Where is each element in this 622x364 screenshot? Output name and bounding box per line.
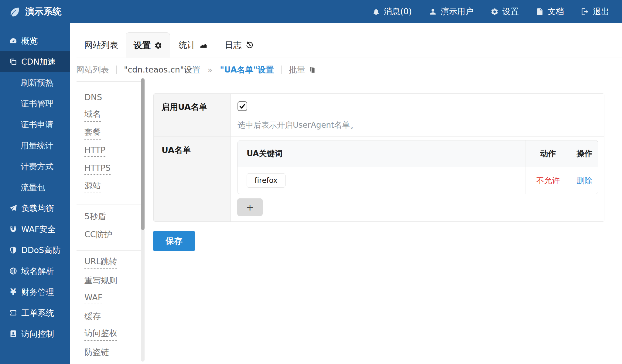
ticket-icon — [9, 309, 17, 317]
action-value[interactable]: 不允许 — [536, 175, 560, 186]
ua-keywords-table: UA关键词 动作 操作 firefox 不允许 — [237, 140, 598, 194]
add-keyword-button[interactable]: + — [237, 198, 263, 216]
magnet-icon — [9, 225, 17, 233]
copy-icon — [308, 66, 316, 74]
enable-ua-label: 启用UA名单 — [154, 94, 231, 136]
logout-label: 退出 — [593, 6, 609, 17]
topbar: 演示系统 消息(0) 演示用户 设置 文档 退出 — [0, 0, 622, 23]
sidebar: 概览 CDN加速 刷新预热 证书管理 证书申请 用量统计 计费方式 流量包 负载… — [0, 23, 70, 364]
sidebar-item-cdn[interactable]: CDN加速 — [0, 51, 70, 72]
sidebar-item-traffic-pack[interactable]: 流量包 — [0, 177, 70, 198]
sidebar-item-cert-manage[interactable]: 证书管理 — [0, 93, 70, 114]
brand-label: 演示系统 — [25, 5, 62, 18]
tab-logs[interactable]: 日志 — [225, 32, 254, 58]
leaf-logo-icon — [9, 6, 20, 17]
bell-icon — [372, 8, 380, 16]
sidebar-item-usage-stats[interactable]: 用量统计 — [0, 135, 70, 156]
breadcrumb-websites-link[interactable]: 网站列表 — [76, 64, 109, 75]
yen-icon: ¥ — [9, 287, 17, 297]
breadcrumb-arrow: » — [207, 65, 213, 75]
ua-settings-form: 启用UA名单 选中后表示开启UserAgent名单。 UA名单 UA关键词 动作 — [153, 93, 604, 222]
settings-menu-item[interactable]: 设置 — [490, 6, 519, 17]
logout-icon — [581, 8, 589, 16]
settings-label: 设置 — [502, 6, 519, 17]
save-button[interactable]: 保存 — [153, 231, 195, 251]
menu-scrollbar-track[interactable] — [141, 78, 145, 362]
settings-menu-group-3: URL跳转 重写规则 WAF 缓存 访问鉴权 防盗链 — [77, 250, 141, 361]
action-cell: 不允许 — [525, 167, 571, 194]
user-icon — [429, 8, 437, 16]
table-header-row: UA关键词 动作 操作 — [238, 140, 598, 167]
tab-websites[interactable]: 网站列表 — [84, 32, 118, 58]
menu-item-dns[interactable]: DNS — [77, 88, 141, 106]
sidebar-item-dns-resolve[interactable]: 域名解析 — [0, 261, 70, 281]
globe-icon — [9, 267, 17, 275]
sidebar-item-load-balance[interactable]: 负载均衡 — [0, 198, 70, 219]
gear-icon — [490, 8, 499, 16]
page: 演示系统 消息(0) 演示用户 设置 文档 退出 — [0, 0, 622, 364]
breadcrumb: 网站列表 "cdn.teaos.cn"设置 » "UA名单"设置 批量 — [76, 58, 316, 82]
docs-menu-item[interactable]: 文档 — [536, 6, 564, 17]
sidebar-item-billing[interactable]: 计费方式 — [0, 156, 70, 177]
sidebar-item-ddos[interactable]: DDoS高防 — [0, 240, 70, 261]
ua-list-row: UA名单 UA关键词 动作 操作 firefox — [154, 137, 604, 221]
header-action: 动作 — [525, 140, 571, 167]
sidebar-item-access-control[interactable]: 访问控制 — [0, 323, 70, 344]
ua-list-content: UA关键词 动作 操作 firefox 不允许 — [231, 137, 604, 221]
tab-stats[interactable]: 统计 — [179, 32, 208, 58]
keyword-chip[interactable]: firefox — [247, 173, 285, 188]
messages-menu-item[interactable]: 消息(0) — [372, 6, 412, 17]
menu-item-origin[interactable]: 源站 — [77, 178, 141, 196]
menu-item-hotlink[interactable]: 防盗链 — [77, 343, 141, 361]
sidebar-item-waf[interactable]: WAF安全 — [0, 219, 70, 240]
menu-item-rewrite-rules[interactable]: 重写规则 — [77, 271, 141, 289]
enable-ua-row: 启用UA名单 选中后表示开启UserAgent名单。 — [154, 94, 604, 137]
settings-menu-group-1: DNS 域名 套餐 HTTP HTTPS 源站 — [77, 81, 141, 204]
menu-item-domain[interactable]: 域名 — [77, 106, 141, 124]
enable-ua-content: 选中后表示开启UserAgent名单。 — [231, 94, 604, 136]
main-content: 网站列表 设置 统计 日志 网站列表 "cdn.teaos.cn"设置 » "U… — [70, 23, 622, 364]
menu-item-5s-shield[interactable]: 5秒盾 — [77, 207, 141, 225]
sidebar-item-tickets[interactable]: 工单系统 — [0, 302, 70, 323]
sidebar-item-overview[interactable]: 概览 — [0, 30, 70, 51]
menu-item-https[interactable]: HTTPS — [77, 160, 141, 178]
sidebar-item-label: 概览 — [21, 35, 38, 46]
menu-item-waf[interactable]: WAF — [77, 289, 141, 307]
breadcrumb-current[interactable]: "UA名单"设置 — [220, 64, 274, 75]
messages-label: 消息(0) — [384, 6, 412, 17]
breadcrumb-separator — [281, 66, 282, 74]
user-label: 演示用户 — [441, 6, 473, 17]
menu-item-cache[interactable]: 缓存 — [77, 307, 141, 325]
check-icon — [239, 103, 246, 110]
menu-item-auth[interactable]: 访问鉴权 — [77, 325, 141, 343]
sidebar-item-finance[interactable]: ¥ 财务管理 — [0, 281, 70, 302]
settings-side-menu: DNS 域名 套餐 HTTP HTTPS 源站 5秒盾 CC防护 URL跳转 重… — [77, 81, 141, 361]
clone-icon — [9, 58, 17, 66]
sidebar-item-cert-apply[interactable]: 证书申请 — [0, 114, 70, 135]
breadcrumb-site-link[interactable]: "cdn.teaos.cn"设置 — [124, 64, 200, 75]
delete-link[interactable]: 删除 — [577, 175, 593, 186]
user-menu-item[interactable]: 演示用户 — [429, 6, 473, 17]
menu-scrollbar-thumb[interactable] — [141, 78, 145, 230]
batch-button[interactable]: 批量 — [289, 64, 316, 75]
menu-item-plan[interactable]: 套餐 — [77, 124, 141, 142]
sidebar-item-refresh-prewarm[interactable]: 刷新预热 — [0, 72, 70, 93]
tab-settings[interactable]: 设置 — [126, 32, 170, 58]
keyword-cell: firefox — [238, 167, 525, 194]
ua-list-label: UA名单 — [154, 137, 231, 221]
header-keyword: UA关键词 — [238, 140, 525, 167]
sidebar-nav: 概览 CDN加速 刷新预热 证书管理 证书申请 用量统计 计费方式 流量包 负载… — [0, 30, 70, 344]
history-icon — [245, 41, 254, 49]
brand[interactable]: 演示系统 — [0, 5, 62, 18]
shield-icon — [9, 246, 17, 254]
menu-item-url-redirect[interactable]: URL跳转 — [77, 254, 141, 271]
menu-item-http[interactable]: HTTP — [77, 142, 141, 160]
menu-item-cc-protect[interactable]: CC防护 — [77, 225, 141, 243]
dashboard-icon — [9, 37, 17, 45]
sidebar-item-label: CDN加速 — [21, 56, 56, 67]
topbar-menu: 消息(0) 演示用户 设置 文档 退出 — [372, 6, 622, 17]
enable-ua-checkbox[interactable] — [238, 101, 247, 111]
logout-menu-item[interactable]: 退出 — [581, 6, 609, 17]
area-chart-icon — [199, 41, 208, 49]
header-operation: 操作 — [571, 140, 598, 167]
